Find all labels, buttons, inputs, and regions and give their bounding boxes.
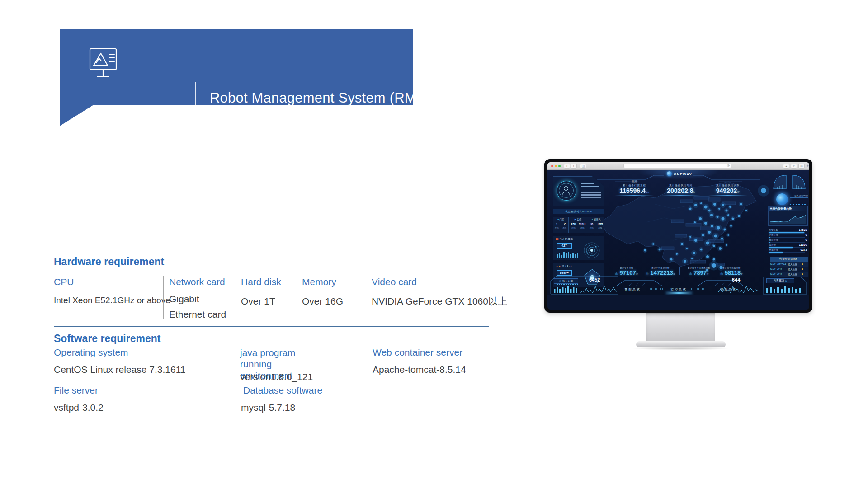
title-banner: Robot Management System (RMS) — [60, 29, 413, 126]
plates-bar-chart — [766, 286, 802, 293]
thermal-panel: ▮▮ 当天热成像 427 — [553, 236, 604, 260]
stat-exec-count: 累计任务执行次数 949202次 — [708, 184, 747, 196]
hw-value-network-1: Gigabit — [169, 294, 199, 305]
device-group-gate: ● 门禁 1 2 在线 离线 — [553, 217, 569, 233]
copy-tabs-icon[interactable]: ⧉ — [798, 164, 805, 169]
alert-stat-row: 正常处理0 — [768, 234, 808, 239]
hw-label-harddisk: Hard disk — [241, 277, 281, 287]
monitor: ‹ › ◫ ⟳ ● ⇪ ⧉ + — [544, 159, 812, 313]
nav-dot — [697, 288, 699, 290]
stat-underline — [615, 195, 654, 196]
faces-line-chart — [580, 284, 617, 295]
device-group-camera: ▶ 监控 150 999+ 在线 离线 — [569, 217, 587, 233]
sw-label-fileserver: File server — [54, 385, 98, 396]
nav-dot — [702, 288, 704, 290]
sw-value-webcontainer: Apache-tomcat-8.5.14 — [373, 364, 466, 375]
hw-value-memory: Over 16G — [302, 296, 343, 307]
stat-underline — [661, 195, 700, 196]
tab-navigation-overview[interactable]: 导航总览 — [624, 287, 641, 292]
downloads-icon[interactable]: ● — [783, 164, 789, 169]
device-group-robot: ▲ 机器人 36 355 在线 离线 — [587, 217, 604, 233]
share-icon[interactable]: ⇪ — [791, 164, 797, 169]
thermal-bar-chart — [557, 251, 580, 258]
alert-row[interactable]: 14:424211行人检测 — [770, 272, 808, 277]
nav-wing-left — [615, 279, 663, 286]
rule-bottom — [54, 420, 489, 420]
hw-divider — [287, 276, 287, 307]
user-panel — [553, 176, 604, 206]
monitor-chart-icon — [86, 47, 120, 80]
hw-value-harddisk: Over 1T — [241, 296, 275, 307]
monitor-stand — [646, 313, 715, 343]
tab-monitoring-overview[interactable]: 监控总览 — [670, 287, 687, 292]
stat-exec-time: 累计任务执行时间 200202.8h — [661, 184, 700, 196]
nav-dot — [650, 288, 652, 290]
stat-divider — [679, 267, 680, 275]
hw-value-videocard: NVIDIA GeForce GTX 1060以上 — [372, 295, 507, 308]
maximize-window-button[interactable] — [558, 165, 561, 167]
enter-management-link[interactable]: 进入运行管理 — [790, 194, 808, 198]
alert-status-icon — [802, 268, 803, 270]
flame-icon: ▲▲ — [556, 265, 561, 267]
rule-middle — [54, 326, 489, 327]
hw-divider — [225, 276, 225, 307]
hw-divider — [354, 276, 354, 307]
new-tab-icon[interactable]: + — [807, 164, 809, 168]
page-title: Robot Management System (RMS) — [210, 90, 463, 106]
faces-bar-chart — [554, 286, 577, 293]
url-bar[interactable]: ⟳ — [623, 164, 731, 168]
thermal-icon: ▮▮ — [556, 238, 559, 240]
back-button[interactable]: ‹ — [564, 164, 570, 169]
radar-icon — [583, 241, 601, 259]
sw-value-database: mysql-5.7.18 — [241, 402, 295, 413]
person-head-icon — [564, 186, 568, 191]
faces-count: 6452 — [589, 277, 600, 282]
alert-list-panel: 告警类型提示栏 14:42APYD44..行人检测 14:424211行人检测 … — [770, 257, 808, 277]
pedestrian-value: 9999+ — [557, 270, 572, 276]
alert-list-title: 告警类型提示栏 — [770, 257, 808, 262]
gauge-fin-icon — [773, 174, 787, 190]
monitor-screen: ‹ › ◫ ⟳ ● ⇪ ⧉ + — [547, 162, 809, 310]
user-info-line — [581, 197, 601, 198]
sw-value-fileserver: vsftpd-3.0.2 — [54, 402, 104, 413]
oneway-logo-icon — [667, 171, 672, 176]
user-info-line — [581, 194, 601, 196]
alert-stat-row: 告警总数17632 — [768, 229, 808, 234]
alert-row[interactable]: 14:424211行人检测 — [770, 267, 808, 272]
alert-stat-row: 无需处理6272 — [768, 249, 808, 253]
stat-mileage: 累计任务行驶里程 116596.4km — [615, 184, 654, 196]
faces-label: ◎ 当天人脸 — [554, 278, 578, 284]
monitor-stand-base — [636, 341, 726, 347]
sw-divider — [224, 383, 224, 413]
minimize-window-button[interactable] — [555, 165, 557, 167]
sw-label-os: Operating system — [54, 347, 128, 358]
hardware-heading: Hardware requirement — [54, 256, 164, 268]
user-info-line — [581, 183, 594, 184]
globe-swirl-icon — [776, 193, 788, 205]
oneway-logo-text: ONEWAY — [674, 172, 692, 176]
reload-icon[interactable]: ⟳ — [727, 164, 730, 168]
alert-trend-chart — [770, 213, 806, 224]
hw-label-videocard: Video card — [372, 277, 417, 287]
close-window-button[interactable] — [551, 165, 553, 167]
stat-ads: 累计广告播放次数 ◎ 1472213次 — [645, 266, 676, 276]
vehicles-count: 644 — [732, 277, 740, 282]
stat-self-charging: 累计自主充电次数 ◎ 58118次 — [717, 266, 746, 276]
alert-stats: 告警总数17632 正常处理0 异常处理0 未处理11360 无需处理6272 — [768, 229, 808, 253]
hw-label-network: Network card — [169, 277, 225, 287]
forward-button[interactable]: › — [571, 164, 577, 169]
hw-divider — [163, 276, 164, 319]
alert-row[interactable]: 14:42APYD44..行人检测 — [770, 262, 808, 267]
hw-label-cpu: CPU — [54, 277, 74, 287]
software-heading: Software requirement — [54, 333, 160, 345]
sw-value-java: version1.8.0_121 — [240, 371, 313, 382]
status-bar: 状态 在线 时长 00:00:38 — [553, 209, 604, 214]
hw-value-network-2: Ethernet card — [169, 309, 226, 320]
tab-overview-button[interactable]: ◫ — [580, 164, 586, 169]
banner-divider — [195, 82, 196, 120]
browser-toolbar: ‹ › ◫ ⟳ ● ⇪ ⧉ + — [547, 162, 809, 170]
avatar — [557, 181, 576, 201]
nav-active-indicator — [666, 292, 692, 294]
stat-service-center: 累计服务中心使用次数 ◎ 7897次 — [683, 266, 715, 276]
hw-value-cpu: Intel Xeon E52.1GHz or above — [54, 296, 170, 305]
